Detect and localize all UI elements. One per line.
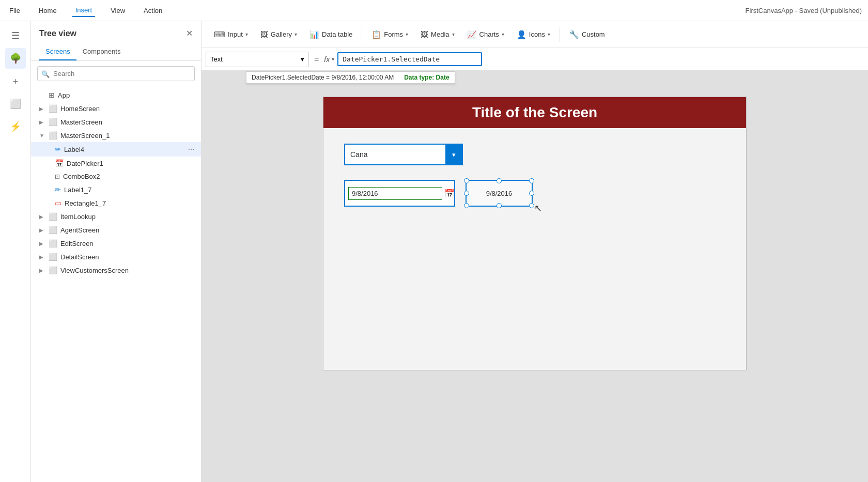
gallery-caret-icon: ▾: [295, 32, 297, 37]
sidebar-variables-icon[interactable]: ⚡: [5, 116, 26, 137]
cursor-indicator: ↖: [534, 203, 542, 214]
toolbar-divider-3: [362, 27, 362, 42]
datepicker-icon: 📅: [55, 159, 64, 167]
formula-input[interactable]: DatePicker1.SelectedDate: [337, 52, 482, 66]
tree-item-app[interactable]: ⊞ App: [31, 88, 201, 102]
item-label: ComboBox2: [63, 173, 195, 180]
datepicker-input[interactable]: [348, 187, 442, 200]
resize-handle-tm[interactable]: [497, 178, 502, 183]
resize-handle-tl[interactable]: [464, 178, 469, 183]
resize-handle-bm[interactable]: [497, 203, 502, 208]
tree-item-datepicker1[interactable]: 📅 DatePicker1: [31, 157, 201, 170]
item-label: Rectangle1_7: [65, 199, 195, 207]
tab-components[interactable]: Components: [76, 43, 127, 60]
input-icon: ⌨: [214, 30, 225, 39]
input-button-text: Input: [228, 30, 243, 38]
sidebar-add-icon[interactable]: ＋: [5, 71, 26, 91]
item-label: EditScreen: [60, 240, 195, 247]
menu-action[interactable]: Action: [141, 5, 165, 17]
icons-button[interactable]: 👤 Icons ▾: [512, 27, 555, 42]
tree-panel: Tree view ✕ Screens Components 🔍 ⊞ App ▶…: [31, 21, 202, 482]
expand-icon: ▼: [39, 133, 45, 138]
tree-item-itemlookup[interactable]: ▶ ⬜ ItemLookup: [31, 210, 201, 223]
forms-button-text: Forms: [384, 30, 403, 38]
icons-caret-icon: ▾: [548, 32, 550, 37]
data-table-button-text: Data table: [322, 30, 352, 38]
tree-item-combobox2[interactable]: ⊡ ComboBox2: [31, 170, 201, 183]
screen-icon: ⬜: [49, 253, 57, 261]
sidebar-screens-icon[interactable]: ⬜: [5, 94, 26, 114]
media-button[interactable]: 🖼 Media ▾: [415, 27, 459, 42]
screen-icon: ⬜: [49, 226, 57, 234]
tree-item-detailscreen[interactable]: ▶ ⬜ DetailScreen: [31, 250, 201, 263]
tree-item-masterscreen[interactable]: ▶ ⬜ MasterScreen: [31, 115, 201, 129]
forms-icon: 📋: [371, 30, 381, 39]
sidebar-tree-icon[interactable]: 🌳: [5, 48, 26, 69]
date-row: 📅 9/8/2016 ↖: [344, 180, 725, 207]
forms-button[interactable]: 📋 Forms ▾: [366, 27, 413, 42]
input-button[interactable]: ⌨ Input ▾: [209, 27, 253, 42]
item-label: App: [58, 91, 195, 99]
tab-screens[interactable]: Screens: [39, 43, 76, 60]
expand-icon: ▶: [39, 268, 45, 273]
fx-button[interactable]: fx ▾: [324, 55, 334, 64]
icons-button-text: Icons: [529, 30, 545, 38]
screen-icon: ⬜: [49, 118, 57, 126]
menu-view[interactable]: View: [107, 5, 128, 17]
input-caret-icon: ▾: [245, 32, 248, 37]
autocomplete-hint: DatePicker1.SelectedDate = 9/8/2016, 12:…: [246, 71, 455, 84]
charts-icon: 📈: [467, 30, 477, 39]
data-table-button[interactable]: 📊 Data table: [304, 27, 358, 42]
screen-title-bar: Title of the Screen: [323, 97, 746, 128]
screen-icon: ⬜: [49, 131, 57, 139]
tree-item-agentscreen[interactable]: ▶ ⬜ AgentScreen: [31, 223, 201, 237]
resize-handle-br[interactable]: [529, 203, 534, 208]
search-input[interactable]: [37, 66, 195, 81]
item-label: ViewCustomersScreen: [60, 267, 195, 274]
gallery-button-text: Gallery: [271, 30, 292, 38]
expand-icon: ▶: [39, 227, 45, 233]
media-icon: 🖼: [421, 30, 428, 39]
item-label: ItemLookup: [60, 213, 195, 221]
tree-item-masterscreen-1[interactable]: ▼ ⬜ MasterScreen_1: [31, 129, 201, 142]
resize-handle-tr[interactable]: [529, 178, 534, 183]
screen-title-text: Title of the Screen: [472, 104, 597, 121]
menu-insert[interactable]: Insert: [72, 4, 96, 17]
tree-item-label1-7[interactable]: ✏ Label1_7: [31, 183, 201, 196]
canvas-label-box[interactable]: 9/8/2016 ↖: [466, 180, 533, 207]
menu-home[interactable]: Home: [36, 5, 60, 17]
canvas-datepicker[interactable]: 📅: [344, 180, 455, 207]
custom-button[interactable]: 🔧 Custom: [564, 27, 610, 42]
resize-handle-bl[interactable]: [464, 203, 469, 208]
charts-button[interactable]: 📈 Charts ▾: [462, 27, 509, 42]
property-dropdown[interactable]: Text ▾: [206, 52, 309, 67]
fx-expand-icon: ▾: [332, 56, 334, 62]
calendar-icon[interactable]: 📅: [444, 189, 455, 198]
canvas-combobox[interactable]: Cana ▾: [344, 144, 463, 165]
charts-caret-icon: ▾: [502, 32, 504, 37]
item-label: AgentScreen: [60, 226, 195, 234]
autocomplete-datatype: Data type: Date: [404, 74, 449, 81]
menu-file[interactable]: File: [6, 5, 23, 17]
more-options-icon[interactable]: ···: [188, 145, 195, 154]
property-label: Text: [210, 55, 223, 63]
tree-item-label4[interactable]: ✏ Label4 ···: [31, 142, 201, 157]
sidebar-menu-icon[interactable]: ☰: [5, 25, 26, 46]
item-label: MasterScreen_1: [60, 132, 195, 139]
tree-header: Tree view ✕: [31, 21, 201, 43]
search-icon: 🔍: [41, 70, 50, 77]
tree-close-button[interactable]: ✕: [186, 28, 193, 38]
tree-item-homescreen[interactable]: ▶ ⬜ HomeScreen: [31, 102, 201, 115]
expand-icon: ▶: [39, 119, 45, 125]
media-button-text: Media: [431, 30, 449, 38]
tree-item-editscreen[interactable]: ▶ ⬜ EditScreen: [31, 237, 201, 250]
tree-item-viewcustomersscreen[interactable]: ▶ ⬜ ViewCustomersScreen: [31, 263, 201, 277]
fx-label: fx: [324, 55, 330, 64]
gallery-icon: 🖼: [260, 30, 268, 39]
gallery-button[interactable]: 🖼 Gallery ▾: [255, 27, 302, 42]
tree-item-rectangle1-7[interactable]: ▭ Rectangle1_7: [31, 196, 201, 210]
item-label: MasterScreen: [60, 118, 195, 126]
resize-handle-ml[interactable]: [464, 191, 469, 196]
formula-bar: Text ▾ = fx ▾ DatePicker1.SelectedDate: [202, 48, 868, 71]
resize-handle-mr[interactable]: [529, 191, 534, 196]
